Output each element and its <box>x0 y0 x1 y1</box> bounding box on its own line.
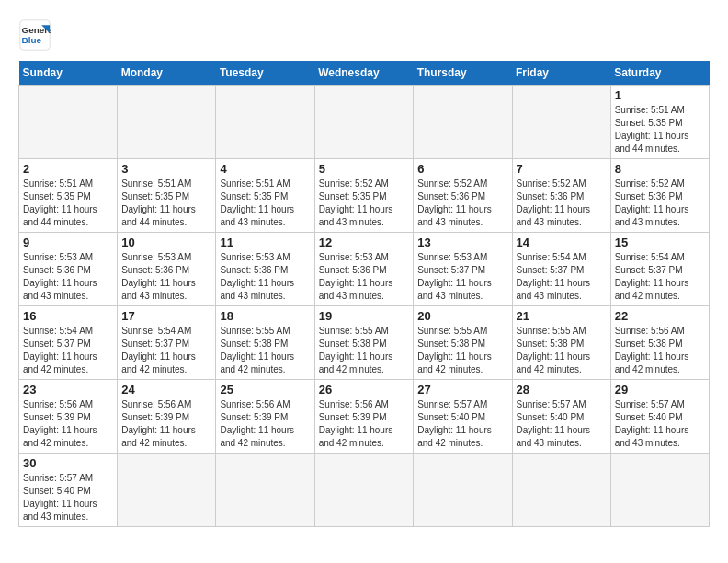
calendar-cell: 12Sunrise: 5:53 AMSunset: 5:36 PMDayligh… <box>314 233 414 306</box>
calendar-cell: 14Sunrise: 5:54 AMSunset: 5:37 PMDayligh… <box>512 233 610 306</box>
day-number: 15 <box>615 236 705 249</box>
day-number: 25 <box>220 383 310 396</box>
day-number: 19 <box>319 309 410 323</box>
calendar-cell: 21Sunrise: 5:55 AMSunset: 5:38 PMDayligh… <box>512 306 610 380</box>
day-number: 11 <box>220 236 310 249</box>
day-number: 14 <box>517 236 607 249</box>
day-info: Sunrise: 5:55 AMSunset: 5:38 PMDaylight:… <box>220 325 310 376</box>
day-number: 29 <box>615 383 705 396</box>
day-info: Sunrise: 5:52 AMSunset: 5:36 PMDaylight:… <box>615 178 705 229</box>
day-number: 7 <box>517 162 607 176</box>
day-info: Sunrise: 5:51 AMSunset: 5:35 PMDaylight:… <box>220 178 310 229</box>
calendar-cell: 18Sunrise: 5:55 AMSunset: 5:38 PMDayligh… <box>216 306 314 380</box>
calendar-cell: 9Sunrise: 5:53 AMSunset: 5:36 PMDaylight… <box>19 233 118 306</box>
day-info: Sunrise: 5:54 AMSunset: 5:37 PMDaylight:… <box>121 325 211 376</box>
day-number: 24 <box>121 383 211 396</box>
weekday-header-thursday: Thursday <box>414 61 512 86</box>
calendar-cell <box>118 86 216 159</box>
calendar-cell <box>118 454 216 527</box>
day-info: Sunrise: 5:54 AMSunset: 5:37 PMDaylight:… <box>615 251 705 303</box>
weekday-header-friday: Friday <box>512 61 610 86</box>
calendar-cell: 11Sunrise: 5:53 AMSunset: 5:36 PMDayligh… <box>216 233 314 306</box>
calendar-week-5: 23Sunrise: 5:56 AMSunset: 5:39 PMDayligh… <box>19 380 710 454</box>
calendar-cell: 10Sunrise: 5:53 AMSunset: 5:36 PMDayligh… <box>118 233 216 306</box>
calendar-cell <box>216 454 314 527</box>
day-info: Sunrise: 5:56 AMSunset: 5:39 PMDaylight:… <box>319 398 410 450</box>
day-info: Sunrise: 5:53 AMSunset: 5:36 PMDaylight:… <box>220 251 310 303</box>
calendar-cell: 3Sunrise: 5:51 AMSunset: 5:35 PMDaylight… <box>118 159 216 233</box>
calendar-cell: 24Sunrise: 5:56 AMSunset: 5:39 PMDayligh… <box>118 380 216 454</box>
calendar-cell: 5Sunrise: 5:52 AMSunset: 5:35 PMDaylight… <box>314 159 414 233</box>
calendar-cell: 1Sunrise: 5:51 AMSunset: 5:35 PMDaylight… <box>610 86 709 159</box>
day-info: Sunrise: 5:57 AMSunset: 5:40 PMDaylight:… <box>417 398 507 450</box>
day-number: 13 <box>417 236 507 249</box>
calendar-cell: 16Sunrise: 5:54 AMSunset: 5:37 PMDayligh… <box>19 306 118 380</box>
calendar-week-6: 30Sunrise: 5:57 AMSunset: 5:40 PMDayligh… <box>19 454 710 527</box>
day-number: 30 <box>23 456 113 470</box>
day-number: 20 <box>417 309 507 323</box>
calendar-cell: 28Sunrise: 5:57 AMSunset: 5:40 PMDayligh… <box>512 380 610 454</box>
logo-icon: General Blue <box>18 18 51 52</box>
calendar-cell: 15Sunrise: 5:54 AMSunset: 5:37 PMDayligh… <box>610 233 709 306</box>
day-number: 22 <box>615 309 705 323</box>
day-info: Sunrise: 5:56 AMSunset: 5:39 PMDaylight:… <box>220 398 310 450</box>
day-number: 10 <box>121 236 211 249</box>
calendar-cell <box>512 454 610 527</box>
calendar-cell: 22Sunrise: 5:56 AMSunset: 5:38 PMDayligh… <box>610 306 709 380</box>
calendar-week-2: 2Sunrise: 5:51 AMSunset: 5:35 PMDaylight… <box>19 159 710 233</box>
calendar-cell: 29Sunrise: 5:57 AMSunset: 5:40 PMDayligh… <box>610 380 709 454</box>
day-number: 8 <box>615 162 705 176</box>
weekday-header-sunday: Sunday <box>19 61 118 86</box>
day-info: Sunrise: 5:56 AMSunset: 5:38 PMDaylight:… <box>615 325 705 376</box>
day-info: Sunrise: 5:53 AMSunset: 5:37 PMDaylight:… <box>417 251 507 303</box>
day-number: 16 <box>23 309 113 323</box>
weekday-header-monday: Monday <box>118 61 216 86</box>
day-info: Sunrise: 5:51 AMSunset: 5:35 PMDaylight:… <box>615 104 705 155</box>
day-info: Sunrise: 5:55 AMSunset: 5:38 PMDaylight:… <box>417 325 507 376</box>
weekday-header-saturday: Saturday <box>610 61 709 86</box>
day-info: Sunrise: 5:57 AMSunset: 5:40 PMDaylight:… <box>615 398 705 450</box>
calendar-cell <box>414 86 512 159</box>
day-info: Sunrise: 5:54 AMSunset: 5:37 PMDaylight:… <box>23 325 113 376</box>
weekday-header-tuesday: Tuesday <box>216 61 314 86</box>
day-number: 6 <box>417 162 507 176</box>
day-info: Sunrise: 5:51 AMSunset: 5:35 PMDaylight:… <box>23 178 113 229</box>
day-info: Sunrise: 5:52 AMSunset: 5:35 PMDaylight:… <box>319 178 410 229</box>
day-info: Sunrise: 5:54 AMSunset: 5:37 PMDaylight:… <box>517 251 607 303</box>
calendar-cell: 4Sunrise: 5:51 AMSunset: 5:35 PMDaylight… <box>216 159 314 233</box>
day-info: Sunrise: 5:53 AMSunset: 5:36 PMDaylight:… <box>319 251 410 303</box>
calendar-cell: 2Sunrise: 5:51 AMSunset: 5:35 PMDaylight… <box>19 159 118 233</box>
day-info: Sunrise: 5:55 AMSunset: 5:38 PMDaylight:… <box>319 325 410 376</box>
calendar-cell <box>19 86 118 159</box>
logo: General Blue <box>18 18 51 52</box>
calendar-cell <box>610 454 709 527</box>
calendar-week-1: 1Sunrise: 5:51 AMSunset: 5:35 PMDaylight… <box>19 86 710 159</box>
day-info: Sunrise: 5:56 AMSunset: 5:39 PMDaylight:… <box>121 398 211 450</box>
calendar-table: SundayMondayTuesdayWednesdayThursdayFrid… <box>18 61 710 527</box>
calendar-cell: 7Sunrise: 5:52 AMSunset: 5:36 PMDaylight… <box>512 159 610 233</box>
calendar-cell <box>314 86 414 159</box>
day-info: Sunrise: 5:53 AMSunset: 5:36 PMDaylight:… <box>121 251 211 303</box>
day-number: 28 <box>517 383 607 396</box>
day-number: 4 <box>220 162 310 176</box>
day-info: Sunrise: 5:51 AMSunset: 5:35 PMDaylight:… <box>121 178 211 229</box>
day-number: 5 <box>319 162 410 176</box>
calendar-cell: 30Sunrise: 5:57 AMSunset: 5:40 PMDayligh… <box>19 454 118 527</box>
calendar-cell: 8Sunrise: 5:52 AMSunset: 5:36 PMDaylight… <box>610 159 709 233</box>
day-number: 27 <box>417 383 507 396</box>
svg-text:Blue: Blue <box>22 35 42 45</box>
day-info: Sunrise: 5:55 AMSunset: 5:38 PMDaylight:… <box>517 325 607 376</box>
calendar-cell <box>216 86 314 159</box>
day-number: 3 <box>121 162 211 176</box>
day-info: Sunrise: 5:57 AMSunset: 5:40 PMDaylight:… <box>517 398 607 450</box>
day-number: 21 <box>517 309 607 323</box>
day-number: 1 <box>615 88 705 102</box>
day-number: 12 <box>319 236 410 249</box>
calendar-cell: 27Sunrise: 5:57 AMSunset: 5:40 PMDayligh… <box>414 380 512 454</box>
calendar-cell: 19Sunrise: 5:55 AMSunset: 5:38 PMDayligh… <box>314 306 414 380</box>
calendar-cell <box>512 86 610 159</box>
day-info: Sunrise: 5:53 AMSunset: 5:36 PMDaylight:… <box>23 251 113 303</box>
day-number: 2 <box>23 162 113 176</box>
day-number: 23 <box>23 383 113 396</box>
day-number: 17 <box>121 309 211 323</box>
